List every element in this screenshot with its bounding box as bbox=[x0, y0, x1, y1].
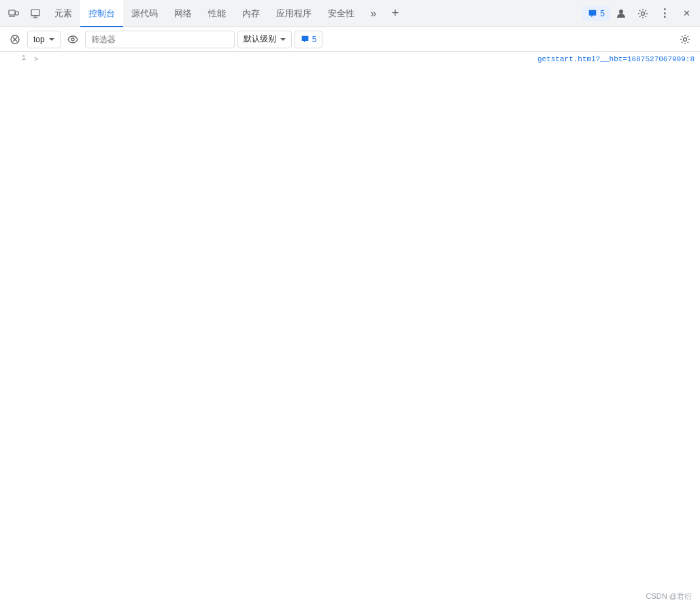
tab-bar: 元素 控制台 源代码 网络 性能 内存 应用程序 安全性 » + 5 bbox=[0, 0, 700, 27]
filter-input[interactable] bbox=[85, 31, 235, 48]
svg-point-7 bbox=[619, 10, 623, 14]
svg-rect-3 bbox=[31, 10, 39, 16]
svg-point-8 bbox=[641, 12, 645, 15]
clear-console-button[interactable] bbox=[5, 30, 24, 49]
message-count-badge[interactable]: 5 bbox=[295, 31, 323, 48]
context-chevron-icon bbox=[49, 38, 54, 41]
console-toolbar: top 默认级别 5 bbox=[0, 27, 700, 52]
console-output: 1 > getstart.html?__hbt=1687527067909:8 bbox=[0, 52, 700, 607]
console-line-1: 1 > getstart.html?__hbt=1687527067909:8 bbox=[0, 52, 700, 67]
log-level-selector[interactable]: 默认级别 bbox=[237, 31, 292, 48]
svg-rect-1 bbox=[16, 12, 19, 15]
settings-icon[interactable] bbox=[632, 3, 654, 24]
watermark: CSDN @君衍 bbox=[646, 591, 692, 602]
tab-console[interactable]: 控制台 bbox=[80, 0, 123, 27]
profile-icon[interactable] bbox=[610, 3, 632, 24]
svg-point-13 bbox=[684, 37, 687, 41]
tab-source[interactable]: 源代码 bbox=[123, 0, 166, 27]
source-link-1[interactable]: getstart.html?__hbt=1687527067909:8 bbox=[537, 54, 695, 63]
context-selector[interactable]: top bbox=[27, 31, 61, 48]
tab-application[interactable]: 应用程序 bbox=[268, 0, 320, 27]
level-chevron-icon bbox=[280, 38, 286, 41]
expand-icon[interactable]: > bbox=[34, 54, 45, 63]
add-tab-icon[interactable]: + bbox=[384, 3, 406, 24]
device-mode-icon[interactable] bbox=[3, 3, 24, 24]
eye-icon[interactable] bbox=[63, 30, 82, 49]
more-tabs-icon[interactable]: » bbox=[363, 3, 384, 24]
tab-network[interactable]: 网络 bbox=[166, 0, 200, 27]
inspect-icon[interactable] bbox=[24, 3, 46, 24]
tab-security[interactable]: 安全性 bbox=[320, 0, 363, 27]
more-options-icon[interactable]: ⋮ bbox=[654, 3, 676, 24]
svg-point-12 bbox=[71, 38, 74, 41]
tab-elements[interactable]: 元素 bbox=[46, 0, 80, 27]
chat-icon bbox=[588, 9, 597, 18]
console-settings-button[interactable] bbox=[676, 30, 695, 49]
tab-performance[interactable]: 性能 bbox=[200, 0, 234, 27]
message-badge[interactable]: 5 bbox=[582, 6, 610, 21]
close-icon[interactable]: ✕ bbox=[676, 3, 697, 24]
message-icon bbox=[301, 35, 310, 44]
svg-rect-0 bbox=[9, 10, 15, 15]
tab-memory[interactable]: 内存 bbox=[234, 0, 268, 27]
line-number-1: 1 bbox=[5, 53, 26, 62]
